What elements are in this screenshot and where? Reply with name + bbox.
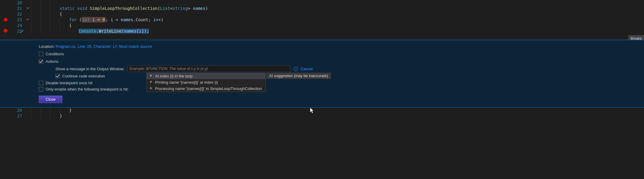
code-editor-bottom: 26 27 } }	[0, 108, 644, 123]
suggestion-text: Printing name '{names[i]}' at index {i}	[155, 80, 218, 85]
sparkle-icon	[149, 87, 153, 91]
token-method: SimpleLoopThroughCollection	[90, 6, 158, 11]
conditions-label: Conditions	[46, 52, 64, 56]
suggestion-item[interactable]: Processing name '{names[i]}' in SimpleLo…	[147, 85, 265, 92]
token-variable: names	[121, 17, 133, 22]
line-number: 23	[13, 17, 22, 23]
token-op: =	[97, 17, 100, 22]
token-op: <	[116, 17, 118, 22]
token-brace: }	[69, 108, 72, 113]
line-number: 24	[13, 23, 22, 28]
line-number-gutter: 26 27	[13, 108, 24, 123]
fold-gutter	[24, 108, 31, 123]
token-method: WriteLine	[99, 29, 121, 33]
suggestion-text: Processing name '{names[i]}' in SimpleLo…	[155, 86, 262, 91]
token-keyword: int	[82, 17, 90, 22]
token-variable: i	[111, 17, 113, 22]
token-class: Console	[79, 29, 96, 33]
token-punc: ;	[106, 17, 108, 22]
token-type: List	[160, 6, 170, 11]
token-keyword: for	[69, 17, 77, 22]
line-number: 20	[13, 0, 22, 6]
token-punc: ;	[148, 17, 151, 22]
suggestion-item[interactable]: Printing name '{names[i]}' at index {i}	[147, 79, 265, 85]
actions-checkbox[interactable]	[39, 59, 43, 64]
line-number: 21	[13, 6, 22, 11]
breakpoint-glyph-tracepoint-icon[interactable]	[3, 28, 8, 33]
ai-suggestion-dropdown: At index {i} in the loop Printing name '…	[146, 73, 266, 92]
token-keyword: string	[173, 6, 188, 11]
breakpoint-settings-panel: Location: Program.cs, Line: 25, Characte…	[0, 40, 644, 108]
token-brace: }	[60, 114, 62, 118]
token-keyword: void	[77, 6, 87, 11]
token-variable: i	[139, 29, 141, 33]
sparkle-icon	[149, 74, 153, 78]
actions-label: Actions	[46, 59, 58, 64]
disable-once-hit-label: Disable breakpoint once hit	[46, 81, 92, 85]
tracepoint-message-input[interactable]: Example: $FUNCTION: The value of x.y is …	[127, 65, 290, 72]
only-enable-when-checkbox[interactable]	[39, 87, 43, 91]
only-enable-when-label: Only enable when the following breakpoin…	[46, 87, 129, 91]
sparkle-icon	[149, 80, 153, 85]
suggestion-text: At index {i} in the loop	[155, 74, 193, 78]
line-number: 22	[13, 11, 22, 17]
fold-chevron-icon[interactable]	[26, 18, 30, 22]
fold-chevron-icon[interactable]	[26, 7, 30, 10]
glyph-margin	[0, 108, 13, 123]
cancel-link[interactable]: Cancel	[301, 67, 312, 71]
location-label: Location:	[39, 44, 55, 49]
continue-execution-label: Continue code execution	[62, 74, 105, 78]
ai-suggestion-badge: AI suggestion (may be inaccurate)	[266, 73, 331, 79]
token-variable: i	[92, 17, 95, 22]
token-variable: names	[124, 29, 137, 33]
show-message-label: Show a message in the Output Window:	[55, 67, 124, 71]
line-number-gutter: 20 21 22 23 24 25	[13, 0, 24, 40]
token-number: 0	[103, 17, 105, 22]
continue-execution-checkbox[interactable]	[55, 74, 60, 78]
breakpoint-glyph-added-icon[interactable]	[4, 18, 7, 22]
token-variable: names	[193, 6, 205, 11]
line-number: 26	[13, 108, 22, 113]
fold-gutter	[24, 0, 31, 40]
token-brace: {	[69, 23, 72, 28]
disable-once-hit-checkbox[interactable]	[39, 81, 43, 85]
code-editor: 20 21 22 23 24 25 static void SimpleLoop…	[0, 0, 644, 40]
quick-action-brush-icon[interactable]	[20, 29, 24, 34]
info-icon[interactable]: i	[294, 67, 298, 71]
token-member: Count	[136, 17, 148, 22]
suggestion-item[interactable]: At index {i} in the loop	[147, 73, 265, 79]
code-body[interactable]: static void SimpleLoopThroughCollection(…	[31, 0, 644, 40]
breakpoint-location: Location: Program.cs, Line: 25, Characte…	[39, 44, 639, 49]
line-number: 27	[13, 113, 22, 119]
conditions-checkbox[interactable]	[39, 52, 43, 56]
location-value[interactable]: Program.cs, Line: 25, Character: 17, Mus…	[55, 44, 152, 49]
token-keyword: static	[60, 6, 75, 11]
glyph-margin	[0, 0, 13, 40]
close-button[interactable]: Close	[39, 96, 62, 103]
token-variable: i++	[153, 17, 161, 22]
code-body[interactable]: } }	[31, 108, 644, 123]
token-brace: {	[60, 12, 62, 16]
